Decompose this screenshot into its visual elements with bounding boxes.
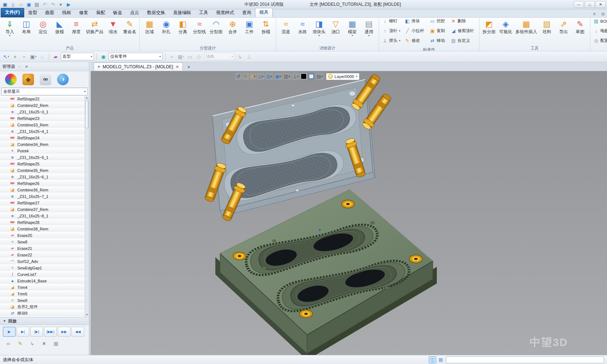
tree-item[interactable]: ◪ Combine33_Rem bbox=[0, 122, 85, 128]
tree-item[interactable]: REF RefShape23 bbox=[0, 115, 85, 122]
assembly-manager-icon[interactable]: ◆ bbox=[22, 74, 34, 85]
core-mold-block[interactable] bbox=[215, 190, 437, 355]
style-paint-icon[interactable]: ▰ bbox=[52, 53, 60, 61]
ribbon-small-button[interactable]: ▣ 复制 bbox=[429, 28, 448, 34]
ribbon-tab[interactable]: 文件(F) bbox=[1, 8, 24, 17]
maximize-button[interactable]: □ bbox=[585, 1, 595, 8]
ribbon-tab[interactable]: 装配 bbox=[92, 9, 109, 17]
part-scope-icon[interactable]: ◉ bbox=[99, 53, 107, 61]
ribbon-button[interactable]: ≈ 水路 bbox=[294, 18, 310, 38]
tree-item[interactable]: ◪ Combine37_Rem bbox=[0, 206, 85, 213]
redo-icon[interactable]: ↷ bbox=[49, 1, 56, 8]
wireframe-display-icon[interactable]: ◇▾ bbox=[257, 73, 264, 80]
ribbon-button[interactable]: ▦ 多组件插入 bbox=[515, 18, 538, 38]
ribbon-button[interactable]: ▧ 坯料 bbox=[539, 18, 555, 38]
tree-item[interactable]: + Point4 bbox=[0, 148, 85, 154]
ribbon-tab[interactable]: 线框 bbox=[58, 9, 75, 17]
visibility-manager-icon[interactable]: ∞ bbox=[40, 74, 51, 85]
ribbon-tab[interactable]: 直接编辑 bbox=[169, 9, 195, 17]
tree-item[interactable]: ▲ Extrude14_Base bbox=[0, 278, 85, 284]
grid-snap-icon[interactable]: ▦▾ bbox=[177, 53, 185, 61]
ribbon-button[interactable]: ▦ 区域 bbox=[142, 18, 158, 38]
edit-button[interactable]: ✎ bbox=[15, 339, 26, 348]
ribbon-button[interactable]: ◠ 分型面 bbox=[208, 18, 224, 38]
ribbon-button[interactable]: ▼ 缩水 bbox=[105, 18, 121, 38]
customize-quick-access-icon[interactable]: ▾ bbox=[57, 1, 64, 8]
ribbon-button[interactable]: ✎ 草图 bbox=[572, 18, 588, 38]
minimize-button[interactable]: ─ bbox=[574, 1, 584, 8]
blank-style-icon[interactable]: ✎ bbox=[242, 73, 249, 80]
ribbon-button[interactable]: ⇓ 导入 ▾ bbox=[2, 18, 18, 38]
history-filter-combo[interactable]: 全部显示▾ bbox=[1, 88, 87, 95]
ribbon-small-button[interactable]: ✕ 删除 bbox=[449, 18, 477, 24]
tree-item[interactable]: REF RefShape24 bbox=[0, 135, 85, 141]
list-filter-toggle[interactable]: ▤ bbox=[437, 356, 444, 363]
section-view-icon[interactable]: ▥▾ bbox=[283, 73, 291, 80]
pin-panel-icon[interactable]: ▫ bbox=[16, 64, 22, 70]
close-tab-icon[interactable]: ✕ bbox=[176, 65, 179, 69]
ribbon-small-button[interactable]: ✎ 修改 bbox=[403, 38, 427, 43]
tree-item[interactable]: ◪ Combine36_Rem bbox=[0, 187, 85, 193]
tree-item[interactable]: ◪ 合并2_组件 bbox=[0, 304, 85, 310]
tree-item[interactable]: REF RefShape25 bbox=[0, 161, 85, 167]
rewind-button[interactable]: ◀◀ bbox=[72, 327, 84, 337]
ribbon-tab[interactable]: 数据交换 bbox=[143, 9, 169, 17]
ribbon-small-button[interactable]: ↓ 电极 ▾ bbox=[592, 28, 607, 34]
open-file-icon[interactable]: ▱ bbox=[17, 1, 25, 8]
ribbon-button[interactable]: ▽ 浇口 bbox=[328, 18, 344, 38]
tree-item[interactable]: ≈ SewEdgGap1 bbox=[0, 265, 85, 271]
tree-item[interactable]: ⇄ 移动9 bbox=[0, 310, 85, 317]
status-input[interactable] bbox=[446, 356, 604, 363]
tree-item[interactable]: ▰ Erase20 bbox=[0, 232, 85, 239]
tree-item[interactable]: ◪ Combine32_Rem bbox=[0, 102, 85, 109]
delete-button[interactable]: ✕ bbox=[39, 339, 49, 348]
app-menu-icon[interactable]: ▣ bbox=[1, 1, 9, 8]
ribbon-button[interactable]: ≈ 流道 bbox=[278, 18, 294, 38]
ribbon-button[interactable]: ◫ 布局 bbox=[18, 18, 34, 38]
ribbon-button[interactable]: ▤ 通用 ▾ bbox=[361, 18, 377, 38]
ribbon-tab[interactable]: 造型 bbox=[24, 9, 41, 17]
align-view-icon[interactable]: ⊥▾ bbox=[292, 73, 300, 80]
undo-icon[interactable]: ↶ bbox=[41, 1, 48, 8]
play-range-button[interactable]: (▶▶) bbox=[44, 327, 57, 337]
fast-forward-button[interactable]: ▶▶ bbox=[58, 327, 70, 337]
perpendicular-icon[interactable]: ⊥ bbox=[245, 53, 253, 61]
link-button[interactable]: ∞ bbox=[3, 339, 14, 348]
tree-item[interactable]: ◈ _Z31_16x25~6_1 bbox=[0, 174, 85, 180]
tree-item[interactable]: ◈ _Z31_16x25~7_1 bbox=[0, 193, 85, 200]
ribbon-small-button[interactable]: ↓ 螺钉 bbox=[381, 18, 402, 24]
collapse-ribbon-icon[interactable]: ∧ bbox=[591, 11, 598, 16]
new-file-icon[interactable]: ▯ bbox=[9, 1, 17, 8]
play-to-next-button[interactable]: ▶| bbox=[17, 327, 29, 337]
tree-item[interactable]: REF RefShape26 bbox=[0, 180, 85, 187]
tree-item[interactable]: ◪ Combine34_Rem bbox=[0, 141, 85, 148]
scroll-down-icon[interactable]: ▼ bbox=[86, 313, 88, 317]
normal-direction-combo[interactable]: 法向▾ bbox=[204, 53, 235, 60]
ribbon-small-button[interactable]: ↑ 顶针 ▾ bbox=[381, 28, 402, 34]
ribbon-button[interactable]: ⇅ 拆模 bbox=[258, 18, 274, 38]
play-button[interactable]: ▶ bbox=[3, 327, 16, 337]
close-panel-icon[interactable]: ✕ bbox=[23, 64, 30, 70]
tree-item[interactable]: ▰ Erase22 bbox=[0, 252, 85, 258]
cavity-plate-assembly[interactable] bbox=[203, 73, 393, 222]
background-color-swatch[interactable] bbox=[301, 74, 306, 79]
ribbon-button[interactable]: ▣ 工件 bbox=[241, 18, 257, 38]
tree-item[interactable]: ◈ _Z31_16x25~4_1 bbox=[0, 128, 85, 135]
ribbon-small-button[interactable]: ▧ 自定义 bbox=[449, 38, 477, 43]
playback-header[interactable]: ▼ 回放 bbox=[0, 317, 89, 325]
ribbon-small-button[interactable]: ⊥ 撑头 ▾ bbox=[381, 38, 402, 43]
align-plane-icon[interactable]: ≈ bbox=[168, 53, 176, 61]
reorder-button[interactable]: ↳ bbox=[27, 339, 38, 348]
lasso-pick-icon[interactable]: ◌ bbox=[38, 53, 46, 61]
selection-filter-toggle[interactable]: ◫ bbox=[429, 356, 436, 363]
remove-entity-icon[interactable]: − bbox=[20, 53, 28, 61]
tree-item[interactable]: ∫ CurveList7 bbox=[0, 271, 85, 278]
shape-mode-combo[interactable]: 造型▾ bbox=[61, 53, 94, 60]
tree-item[interactable]: REF RefShape22 bbox=[0, 96, 85, 102]
ribbon-options-icon[interactable]: ◎ bbox=[600, 11, 606, 16]
ribbon-button[interactable]: ⇄ 切换产品 bbox=[85, 18, 104, 38]
tree-item[interactable]: ◈ _Z31_16x25~5_1 bbox=[0, 154, 85, 161]
tree-item[interactable]: ≈ Sew8 bbox=[0, 239, 85, 245]
ribbon-small-button[interactable]: ◎ 配置 bbox=[592, 38, 607, 43]
ribbon-tab[interactable]: 曲面 bbox=[41, 9, 58, 17]
